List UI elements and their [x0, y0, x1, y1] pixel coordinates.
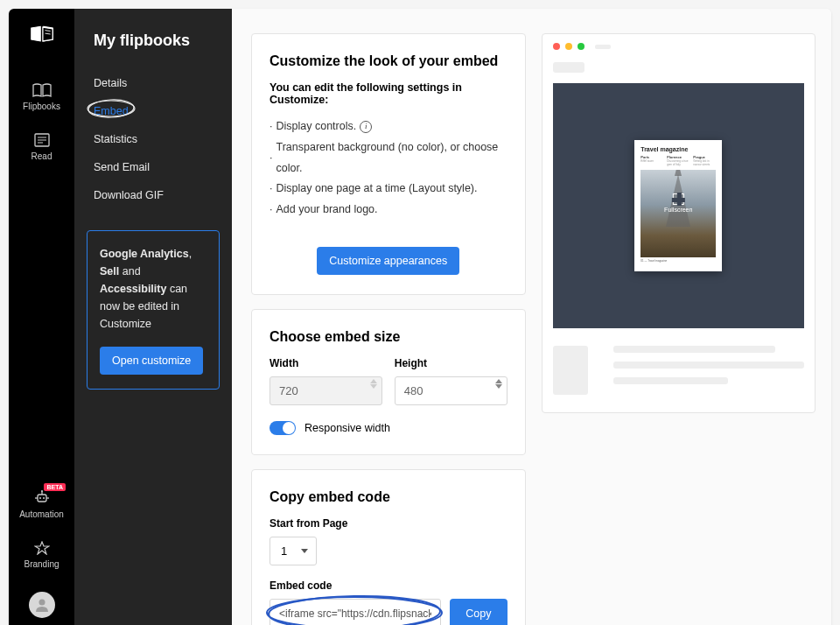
sidebar-item-details[interactable]: Details — [74, 69, 232, 97]
sidebar-item-embed[interactable]: Embed — [74, 97, 232, 125]
customize-bullet-list: · Display controls. i · Transparent back… — [270, 116, 508, 221]
skeleton-content — [553, 346, 805, 395]
start-page-select[interactable]: 1 — [270, 537, 317, 565]
browser-chrome — [542, 34, 816, 57]
height-label: Height — [395, 357, 508, 369]
sidebar-title: My flipbooks — [74, 32, 232, 69]
page-title: Travel magazine — [640, 146, 716, 152]
size-card: Choose embed size Width Height — [251, 309, 526, 455]
fullscreen-icon — [673, 193, 684, 205]
skeleton-header — [553, 62, 584, 73]
app-logo-icon — [30, 25, 54, 44]
read-icon — [32, 132, 52, 148]
fullscreen-button[interactable]: Fullscreen — [664, 193, 692, 213]
svg-rect-6 — [38, 495, 46, 502]
page-hero-image — [640, 170, 716, 257]
page-columns: ParisEiffel tower FlorenceDiscovering a … — [640, 155, 716, 166]
branding-icon — [32, 540, 52, 556]
open-customize-button[interactable]: Open customize — [100, 347, 203, 375]
flipbooks-icon — [32, 82, 52, 98]
embed-card: Copy embed code Start from Page 1 Embed … — [251, 469, 526, 625]
main-content: Customize the look of your embed You can… — [232, 9, 831, 625]
sidebar-item-send-email[interactable]: Send Email — [74, 153, 232, 181]
width-label: Width — [270, 357, 382, 369]
size-heading: Choose embed size — [270, 329, 508, 345]
customize-desc: You can edit the following settings in C… — [270, 81, 508, 106]
beta-badge: BETA — [44, 483, 66, 491]
embed-code-label: Embed code — [270, 579, 508, 592]
address-bar-skeleton — [595, 45, 611, 49]
svg-point-9 — [39, 497, 41, 499]
rail-item-flipbooks[interactable]: Flipbooks — [9, 72, 74, 122]
rail-label: Flipbooks — [23, 102, 60, 111]
width-field: Width — [270, 357, 382, 405]
width-stepper — [370, 379, 377, 389]
sidebar-item-statistics[interactable]: Statistics — [74, 125, 232, 153]
svg-point-8 — [41, 490, 43, 492]
embed-heading: Copy embed code — [270, 489, 508, 505]
rail-item-automation[interactable]: BETA Automation — [9, 480, 74, 530]
rail-item-read[interactable]: Read — [9, 122, 74, 172]
height-stepper[interactable] — [495, 379, 502, 389]
info-icon[interactable]: i — [360, 121, 372, 133]
embed-code-input[interactable] — [270, 599, 441, 625]
customize-appearances-button[interactable]: Customize appearances — [317, 247, 459, 275]
rail-item-branding[interactable]: Branding — [9, 530, 74, 579]
nav-rail: Flipbooks Read BETA Automation Branding — [9, 9, 74, 625]
customize-card: Customize the look of your embed You can… — [251, 33, 526, 295]
rail-label: Branding — [24, 559, 59, 569]
user-avatar[interactable] — [29, 592, 55, 618]
traffic-light-close-icon — [553, 43, 560, 50]
flipbook-viewer[interactable]: Travel magazine ParisEiffel tower Floren… — [553, 83, 805, 328]
svg-point-10 — [43, 497, 45, 499]
width-input — [270, 376, 382, 405]
traffic-light-min-icon — [565, 43, 572, 50]
start-page-label: Start from Page — [270, 517, 508, 530]
responsive-label: Responsive width — [304, 422, 390, 434]
info-card: Google Analytics, Sell and Accessibility… — [87, 230, 220, 390]
customize-heading: Customize the look of your embed — [270, 53, 508, 69]
copy-button[interactable]: Copy — [450, 599, 507, 625]
rail-label: Automation — [19, 509, 64, 519]
preview-panel: Travel magazine ParisEiffel tower Floren… — [542, 33, 816, 413]
sidebar-item-download-gif[interactable]: Download GIF — [74, 181, 232, 209]
rail-label: Read — [32, 151, 52, 161]
responsive-width-toggle[interactable] — [270, 421, 296, 435]
height-field: Height — [395, 357, 508, 405]
traffic-light-max-icon — [578, 43, 584, 50]
svg-point-13 — [38, 600, 45, 606]
automation-icon — [32, 490, 52, 506]
height-input[interactable] — [395, 376, 508, 405]
sidebar: My flipbooks Details Embed Statistics Se… — [74, 9, 232, 625]
